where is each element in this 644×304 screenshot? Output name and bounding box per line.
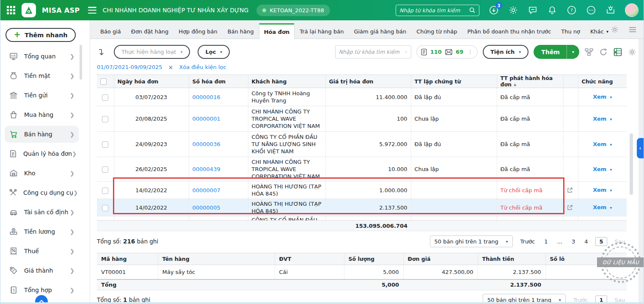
row-checkbox[interactable] (102, 166, 108, 173)
pagination-current-page[interactable]: 5 (595, 237, 607, 246)
tab-giam-gia-hang-ban[interactable]: Giảm giá hàng bán (349, 24, 411, 39)
pagination-prev[interactable]: Trước (519, 238, 537, 246)
col-header-amount[interactable]: Thành tiền (478, 253, 545, 265)
row-checkbox[interactable] (102, 205, 108, 211)
more-vertical-icon[interactable]: ⋮ (467, 49, 473, 55)
tab-bao-gia[interactable]: Báo giá (95, 24, 126, 39)
invoice-number-link[interactable]: 00000016 (193, 94, 220, 100)
status-counters[interactable]: 110 69 ⋮ (416, 45, 478, 58)
caret-down-icon[interactable]: ▾ (610, 188, 612, 193)
sidebar-item-tong-quan[interactable]: Tổng quan❯ (5, 48, 79, 65)
col-header-doc-status[interactable]: TT lập chứng từ (411, 75, 497, 88)
view-action-link[interactable]: Xem (593, 141, 606, 147)
side-panel-handle[interactable]: ‹ (637, 138, 644, 158)
sidebar-item-quan-ly-hoa-don[interactable]: Quản lý hóa đơn❯ (5, 145, 79, 162)
quick-add-button[interactable]: + Thêm nhanh (6, 28, 76, 42)
view-action-link[interactable]: Xem (593, 187, 606, 193)
detail-pagination-prev[interactable]: Trước (572, 296, 590, 304)
global-search[interactable] (396, 5, 479, 16)
more-options-icon[interactable] (586, 5, 596, 15)
col-header-lot[interactable]: Số lô (545, 253, 627, 265)
detail-row[interactable]: VT00001 Máy sấy tóc Cái 5,000 427.500,00… (97, 265, 627, 279)
table-scrollbar-thumb[interactable] (630, 133, 633, 195)
feedback-chat-icon[interactable] (528, 5, 538, 15)
view-action-link[interactable]: Xem (593, 166, 606, 172)
caret-down-icon[interactable]: ▾ (610, 205, 612, 210)
clear-filters-link[interactable]: Xóa điều kiện lọc (179, 64, 226, 70)
view-action-link[interactable]: Xem (593, 204, 606, 210)
sidebar-item-kho[interactable]: Kho❯ (5, 165, 79, 182)
help-icon[interactable]: ? (567, 5, 577, 15)
caret-down-icon[interactable]: ▾ (610, 142, 612, 147)
col-header-customer[interactable]: Khách hàng (248, 75, 325, 88)
detail-pagination-current-page[interactable]: 1 (595, 296, 607, 304)
tab-ban-hang[interactable]: Bán hàng (223, 24, 259, 39)
page-scrollbar-track[interactable] (638, 39, 644, 302)
view-action-link[interactable]: Xem (593, 94, 606, 100)
invoice-row[interactable]: 20/08/2025 00000001 CHI NHÁNH CÔNG TY TR… (97, 106, 627, 132)
row-checkbox[interactable] (102, 141, 108, 148)
tab-don-dat-hang[interactable]: Đơn đặt hàng (126, 24, 174, 39)
settings-gear-icon[interactable] (508, 5, 518, 15)
tab-tra-lai-hang-ban[interactable]: Trả lại hàng bán (294, 24, 349, 39)
invoice-number-link[interactable]: 00000005 (193, 205, 220, 211)
sidebar-item-ban-hang[interactable]: Bán hàng❯ (5, 126, 79, 143)
menu-hamburger-icon[interactable] (88, 7, 96, 14)
col-header-item-name[interactable]: Tên hàng (158, 253, 275, 265)
invoice-number-link[interactable]: 00000001 (193, 116, 220, 122)
sidebar-item-tien-mat[interactable]: Tiền mặt❯ (5, 67, 79, 84)
row-checkbox[interactable] (102, 94, 108, 101)
invoice-row[interactable]: 26/02/2025 00000439 CHI NHÁNH CÔNG TY TR… (97, 157, 627, 182)
sidebar-item-tai-san-co-dinh[interactable]: Tài sản cố định❯ (5, 204, 79, 221)
sidebar-item-cong-cu-dung-cu[interactable]: Công cụ dụng cụ❯ (5, 184, 79, 201)
tab-list-view-icon[interactable] (628, 25, 637, 34)
external-link-icon[interactable] (567, 187, 573, 193)
col-header-number[interactable]: Số hóa đơn (189, 75, 248, 88)
invoice-number-link[interactable]: 00000036 (193, 141, 220, 147)
downloads-icon[interactable]: 3 (489, 5, 499, 15)
table-settings-gear-icon[interactable] (627, 47, 637, 57)
pagination-page-4[interactable]: 4 (583, 238, 589, 246)
sidebar-scrollbar[interactable] (80, 45, 82, 80)
invoice-number-link[interactable]: 00000007 (193, 187, 220, 193)
caret-down-icon[interactable]: ▾ (610, 95, 612, 99)
sidebar-item-thue[interactable]: Thuế❯ (5, 243, 79, 260)
pagination-page-1[interactable]: 1 (542, 238, 549, 246)
tab-chung-tu-nhap[interactable]: Chứng từ nháp (411, 24, 462, 39)
table-search[interactable] (335, 45, 411, 58)
col-header-value[interactable]: Giá trị hóa đơn (325, 75, 411, 88)
date-range-chip[interactable]: 01/07/2021-09/09/2025 (97, 64, 162, 70)
refresh-icon[interactable] (599, 47, 608, 57)
global-search-input[interactable] (399, 7, 469, 14)
sidebar-item-gia-thanh[interactable]: Giá thành❯ (5, 262, 79, 279)
tab-thu-no[interactable]: Thu nợ (556, 24, 585, 39)
external-link-icon[interactable] (567, 205, 573, 210)
pagination-next[interactable]: Sau (613, 238, 627, 246)
view-action-link[interactable]: Xem (593, 116, 606, 122)
utilities-dropdown[interactable]: Tiện ích ▾ (483, 45, 528, 59)
caret-down-icon[interactable]: ▾ (610, 167, 612, 172)
row-checkbox[interactable] (102, 188, 108, 194)
page-size-select[interactable]: 50 bản ghi trên 1 trang ▾ (430, 235, 513, 247)
add-split-button[interactable]: Thêm ▾ (534, 45, 579, 59)
user-avatar[interactable] (625, 3, 638, 17)
select-all-checkbox[interactable] (100, 78, 107, 85)
invoice-row[interactable]: 03/07/2023 00000016 Công ty TNHH Hoàng H… (97, 88, 627, 106)
tab-hop-dong-ban[interactable]: Hợp đồng bán (173, 24, 222, 39)
app-grid-icon[interactable] (6, 6, 16, 15)
caret-down-icon[interactable]: ▾ (610, 117, 612, 122)
sort-icon[interactable] (97, 47, 106, 57)
filter-button[interactable]: Lọc ▾ (198, 45, 230, 59)
detail-pagination-next[interactable]: Sau (613, 296, 627, 304)
workspace-badge[interactable]: KETOAN_2022-TT88 (256, 5, 330, 16)
invoice-number-link[interactable]: 00000439 (193, 166, 220, 172)
company-title[interactable]: CHI NHÁNH DOANH NGHIỆP TƯ NHÂN XÂY DỰNG … (102, 7, 250, 14)
col-header-date[interactable]: Ngày hóa đơn (114, 75, 189, 88)
sidebar-item-tien-gui[interactable]: Tiền gửi❯ (5, 87, 79, 104)
col-header-price[interactable]: Đơn giá (403, 253, 478, 265)
add-button-label[interactable]: Thêm (534, 45, 567, 59)
col-header-qty[interactable]: Số lượng (344, 253, 403, 265)
tab-hoa-don[interactable]: Hóa đơn (259, 23, 295, 39)
pagination-page-3[interactable]: 3 (570, 238, 577, 246)
table-search-input[interactable] (339, 49, 405, 55)
